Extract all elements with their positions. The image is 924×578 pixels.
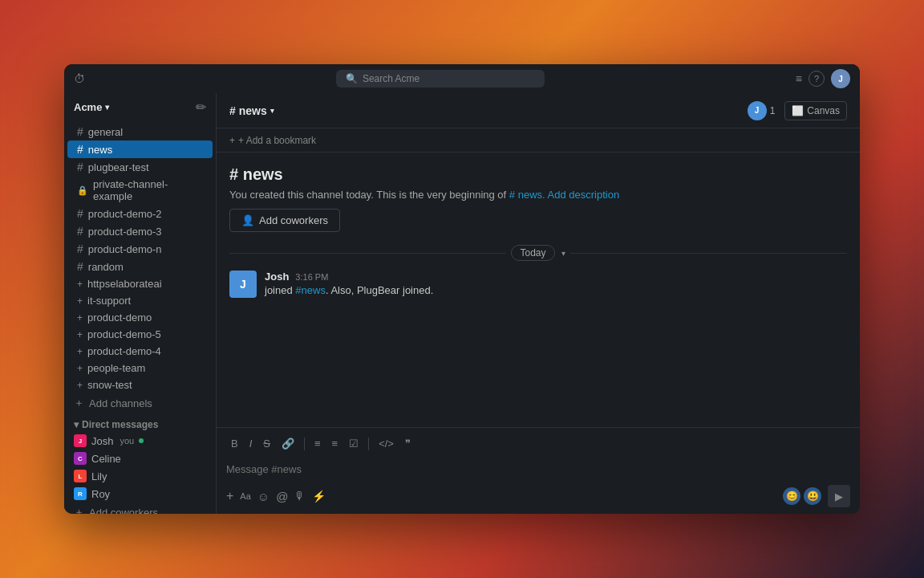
editor-bottom-right: 😊 😃 ▶ bbox=[783, 485, 850, 507]
lock-icon: 🔒 bbox=[77, 185, 88, 196]
sidebar-item-news[interactable]: # news bbox=[67, 140, 213, 158]
bold-button[interactable]: B bbox=[226, 434, 243, 453]
add-bookmark-icon: + bbox=[229, 135, 235, 146]
sidebar-item-plugbear-test[interactable]: # plugbear-test bbox=[67, 158, 213, 176]
sidebar-item-product-demo-5[interactable]: + product-demo-5 bbox=[67, 326, 213, 343]
sidebar-item-label: product-demo-3 bbox=[88, 226, 162, 238]
strikethrough-button[interactable]: S bbox=[258, 434, 275, 453]
channel-dropdown-icon[interactable]: ▾ bbox=[270, 107, 274, 115]
compose-icon[interactable]: ✏ bbox=[196, 100, 206, 115]
sidebar-item-label: product-demo bbox=[87, 311, 152, 324]
bookmark-bar[interactable]: + + Add a bookmark bbox=[217, 128, 860, 153]
history-icon[interactable]: ⏱ bbox=[74, 72, 85, 85]
dm-item-celine[interactable]: C Celine bbox=[64, 450, 216, 467]
hash-icon: # bbox=[77, 161, 83, 173]
numbered-list-button[interactable]: ≡ bbox=[327, 434, 343, 453]
sidebar-item-product-demo[interactable]: + product-demo bbox=[67, 309, 213, 326]
add-coworkers-button[interactable]: ＋ Add coworkers bbox=[64, 503, 216, 514]
add-channels-label: Add channels bbox=[89, 397, 152, 409]
lightning-icon[interactable]: ⚡ bbox=[312, 490, 326, 503]
canvas-label: Canvas bbox=[807, 105, 840, 116]
mention-icon[interactable]: @ bbox=[276, 490, 288, 503]
quote-button[interactable]: ❞ bbox=[400, 434, 415, 453]
editor-bottom: + Aa ☺ @ 🎙 ⚡ 😊 😃 ▶ bbox=[226, 485, 850, 507]
dm-item-lily[interactable]: L Lily bbox=[64, 467, 216, 485]
task-list-button[interactable]: ☑ bbox=[344, 434, 363, 453]
sidebar-item-product-demo-n[interactable]: # product-demo-n bbox=[67, 240, 213, 258]
message-time-josh: 3:16 PM bbox=[295, 272, 328, 282]
add-channels-button[interactable]: ＋ Add channels bbox=[64, 393, 216, 413]
channel-hash-link: # news. bbox=[509, 189, 545, 201]
add-coworkers-channel-button[interactable]: 👤 Add coworkers bbox=[229, 209, 340, 232]
canvas-button[interactable]: ⬜ Canvas bbox=[784, 101, 847, 120]
plus-icon: + bbox=[77, 346, 83, 357]
hash-icon: # bbox=[77, 207, 83, 220]
message-header-josh: Josh 3:16 PM bbox=[265, 271, 433, 283]
format-icon[interactable]: Aa bbox=[240, 491, 250, 501]
channels-section: # general # news # plugbear-test 🔒 priva… bbox=[64, 121, 216, 414]
dm-avatar-lily: L bbox=[74, 470, 87, 482]
sidebar-item-product-demo-3[interactable]: # product-demo-3 bbox=[67, 222, 213, 240]
add-description-link[interactable]: Add description bbox=[548, 189, 620, 201]
dm-item-roy[interactable]: R Roy bbox=[64, 485, 216, 503]
channel-title[interactable]: # news ▾ bbox=[229, 104, 274, 117]
workspace-label: Acme bbox=[74, 101, 102, 113]
link-button[interactable]: 🔗 bbox=[277, 434, 299, 453]
user-avatar[interactable]: J bbox=[831, 69, 850, 88]
title-bar: ⏱ 🔍 Search Acme ≡ ? J bbox=[64, 64, 860, 93]
search-placeholder: Search Acme bbox=[363, 73, 419, 84]
sidebar-item-private-channel-example[interactable]: 🔒 private-channel-example bbox=[67, 176, 213, 205]
bullet-list-button[interactable]: ≡ bbox=[310, 434, 326, 453]
dm-section-header[interactable]: ▾ Direct messages bbox=[64, 414, 216, 432]
sidebar-header: Acme ▾ ✏ bbox=[64, 93, 216, 121]
sidebar-item-label: plugbear-test bbox=[88, 161, 149, 173]
sidebar-item-label: it-support bbox=[87, 295, 131, 307]
channel-name: # news bbox=[229, 104, 267, 117]
send-button[interactable]: ▶ bbox=[828, 485, 850, 507]
member-avatar: J bbox=[748, 101, 767, 120]
mic-icon[interactable]: 🎙 bbox=[294, 490, 306, 503]
sidebar-item-label: product-demo-n bbox=[88, 243, 162, 255]
workspace-name[interactable]: Acme ▾ bbox=[74, 101, 109, 113]
add-icon: ＋ bbox=[74, 396, 84, 410]
search-bar[interactable]: 🔍 Search Acme bbox=[336, 70, 545, 88]
dm-you-badge: you bbox=[120, 436, 134, 446]
date-badge[interactable]: Today bbox=[511, 245, 554, 261]
title-bar-left: ⏱ bbox=[74, 72, 85, 85]
emoji-reaction-1[interactable]: 😊 bbox=[783, 487, 800, 505]
sidebar-item-it-support[interactable]: + it-support bbox=[67, 292, 213, 309]
plus-icon: + bbox=[77, 380, 83, 391]
sidebar: Acme ▾ ✏ # general # news # plugbear-tes… bbox=[64, 93, 217, 514]
plus-icon: + bbox=[77, 363, 83, 374]
sidebar-item-label: random bbox=[88, 261, 124, 273]
workspace-dropdown-icon: ▾ bbox=[105, 103, 109, 112]
emoji-reaction-2[interactable]: 😃 bbox=[804, 487, 821, 505]
sidebar-item-general[interactable]: # general bbox=[67, 123, 213, 140]
member-avatars[interactable]: J 1 bbox=[748, 101, 776, 120]
sidebar-item-product-demo-2[interactable]: # product-demo-2 bbox=[67, 205, 213, 222]
message-item: J Josh 3:16 PM joined #news. Also, PlugB… bbox=[229, 271, 847, 298]
app-body: Acme ▾ ✏ # general # news # plugbear-tes… bbox=[64, 93, 860, 514]
canvas-icon: ⬜ bbox=[792, 105, 804, 116]
add-coworkers-icon: ＋ bbox=[74, 505, 84, 514]
status-dot-josh bbox=[139, 438, 144, 443]
dm-name-josh: Josh bbox=[91, 435, 113, 447]
italic-button[interactable]: I bbox=[245, 434, 257, 453]
filter-icon[interactable]: ≡ bbox=[796, 72, 802, 85]
sidebar-item-random[interactable]: # random bbox=[67, 258, 213, 275]
code-button[interactable]: </> bbox=[374, 434, 399, 453]
dm-item-josh[interactable]: J Josh you bbox=[64, 432, 216, 450]
sidebar-item-product-demo-4[interactable]: + product-demo-4 bbox=[67, 343, 213, 360]
toolbar-separator bbox=[304, 438, 305, 450]
channel-intro-description: You created this channel today. This is … bbox=[229, 189, 847, 201]
emoji-icon[interactable]: ☺ bbox=[257, 490, 270, 503]
sidebar-item-snow-test[interactable]: + snow-test bbox=[67, 377, 213, 393]
help-icon[interactable]: ? bbox=[808, 71, 825, 87]
sidebar-item-people-team[interactable]: + people-team bbox=[67, 360, 213, 377]
message-avatar-josh: J bbox=[229, 271, 257, 298]
dm-name-celine: Celine bbox=[91, 453, 121, 465]
main-content: # news ▾ J 1 ⬜ Canvas + + Add a bookmark bbox=[217, 93, 860, 514]
message-input[interactable] bbox=[226, 458, 850, 480]
add-icon[interactable]: + bbox=[226, 489, 233, 503]
sidebar-item-httpselaborateai[interactable]: + httpselaborateai bbox=[67, 275, 213, 292]
